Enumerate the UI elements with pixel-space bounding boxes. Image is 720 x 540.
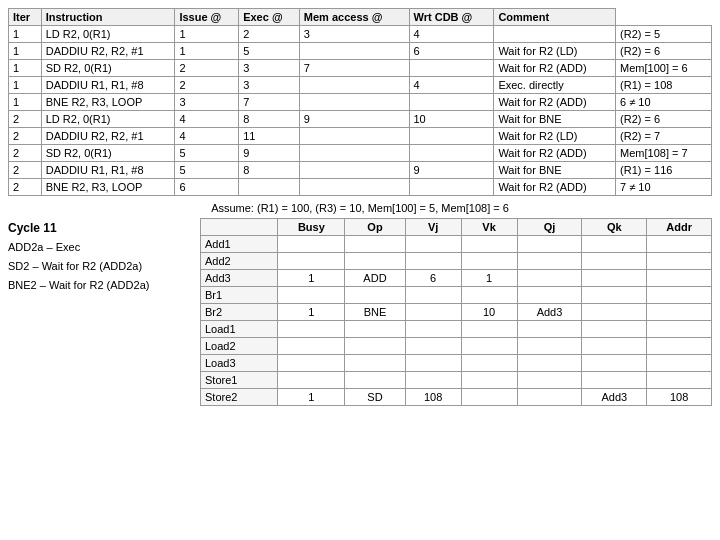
station-cell xyxy=(405,236,461,253)
station-label: Br1 xyxy=(201,287,278,304)
cycle-line: ADD2a – Exec xyxy=(8,238,188,257)
assume-text: Assume: (R1) = 100, (R3) = 10, Mem[100] … xyxy=(8,202,712,214)
table-cell: 10 xyxy=(409,111,494,128)
cycle-title: Cycle 11 xyxy=(8,218,188,238)
table-row: 2SD R2, 0(R1)59Wait for R2 (ADD)Mem[108]… xyxy=(9,145,712,162)
station-cell xyxy=(517,287,582,304)
table-cell: 2 xyxy=(175,60,239,77)
station-cell xyxy=(461,355,517,372)
table-cell: 4 xyxy=(409,26,494,43)
table-cell xyxy=(299,43,409,60)
table-cell: 6 xyxy=(175,179,239,196)
table-cell: 4 xyxy=(175,128,239,145)
table-cell xyxy=(299,179,409,196)
table-cell: (R1) = 116 xyxy=(616,162,712,179)
table-row: 1SD R2, 0(R1)237Wait for R2 (ADD)Mem[100… xyxy=(9,60,712,77)
station-cell xyxy=(345,372,405,389)
table-cell: 7 ≠ 10 xyxy=(616,179,712,196)
station-cell xyxy=(517,389,582,406)
station-cell xyxy=(582,321,647,338)
table-cell: 2 xyxy=(9,162,42,179)
station-cell xyxy=(345,253,405,270)
table-cell: 8 xyxy=(239,111,300,128)
station-label: Load3 xyxy=(201,355,278,372)
station-cell xyxy=(582,253,647,270)
table-cell: DADDIU R1, R1, #8 xyxy=(41,162,175,179)
table-cell: Mem[108] = 7 xyxy=(616,145,712,162)
table-cell: 3 xyxy=(239,77,300,94)
station-cell xyxy=(278,321,345,338)
station-cell xyxy=(582,270,647,287)
table-cell: 3 xyxy=(239,60,300,77)
table-cell: 2 xyxy=(9,111,42,128)
station-table-header: Vk xyxy=(461,219,517,236)
table-row: Add1 xyxy=(201,236,712,253)
table-cell xyxy=(299,145,409,162)
table-cell: SD R2, 0(R1) xyxy=(41,60,175,77)
table-row: 2DADDIU R1, R1, #8589Wait for BNE(R1) = … xyxy=(9,162,712,179)
station-label: Load2 xyxy=(201,338,278,355)
station-cell: SD xyxy=(345,389,405,406)
station-table: BusyOpVjVkQjQkAddr Add1Add2Add31ADD61Br1… xyxy=(200,218,712,406)
station-table-header: Qj xyxy=(517,219,582,236)
table-row: Br1 xyxy=(201,287,712,304)
station-cell xyxy=(405,321,461,338)
table-cell: Mem[100] = 6 xyxy=(616,60,712,77)
station-cell xyxy=(345,287,405,304)
station-table-header: Addr xyxy=(647,219,712,236)
station-table-header: Op xyxy=(345,219,405,236)
station-cell: 6 xyxy=(405,270,461,287)
table-cell: 6 xyxy=(409,43,494,60)
table-row: 1DADDIU R2, R2, #1156Wait for R2 (LD)(R2… xyxy=(9,43,712,60)
station-label: Br2 xyxy=(201,304,278,321)
table-row: 1LD R2, 0(R1)1234(R2) = 5 xyxy=(9,26,712,43)
table-cell: 1 xyxy=(175,26,239,43)
station-label: Store2 xyxy=(201,389,278,406)
table-cell: Wait for R2 (ADD) xyxy=(494,179,616,196)
table-cell: 5 xyxy=(175,145,239,162)
station-cell xyxy=(461,321,517,338)
table-cell: Wait for R2 (ADD) xyxy=(494,60,616,77)
station-cell xyxy=(278,236,345,253)
station-label: Add1 xyxy=(201,236,278,253)
table-cell: Wait for BNE xyxy=(494,111,616,128)
station-cell xyxy=(405,338,461,355)
table-cell: 7 xyxy=(299,60,409,77)
table-cell xyxy=(409,179,494,196)
table-cell: 7 xyxy=(239,94,300,111)
station-label: Add3 xyxy=(201,270,278,287)
station-table-header: Vj xyxy=(405,219,461,236)
station-cell xyxy=(405,372,461,389)
table-cell: (R2) = 6 xyxy=(616,111,712,128)
table-cell: 4 xyxy=(175,111,239,128)
table-row: Load1 xyxy=(201,321,712,338)
station-cell xyxy=(345,236,405,253)
table-cell: Wait for BNE xyxy=(494,162,616,179)
station-cell xyxy=(647,321,712,338)
station-cell xyxy=(278,253,345,270)
station-cell xyxy=(647,287,712,304)
station-cell: 1 xyxy=(278,304,345,321)
table-row: Add2 xyxy=(201,253,712,270)
station-cell xyxy=(647,372,712,389)
table-cell: 2 xyxy=(9,145,42,162)
table-cell: 6 ≠ 10 xyxy=(616,94,712,111)
table-cell: 1 xyxy=(9,60,42,77)
station-cell: 1 xyxy=(461,270,517,287)
main-table-header: Comment xyxy=(494,9,616,26)
station-cell xyxy=(405,287,461,304)
table-cell: 5 xyxy=(239,43,300,60)
table-cell: 1 xyxy=(9,43,42,60)
station-cell xyxy=(582,338,647,355)
table-row: 1DADDIU R1, R1, #8234Exec. directly(R1) … xyxy=(9,77,712,94)
table-cell: Wait for R2 (ADD) xyxy=(494,145,616,162)
table-cell: 2 xyxy=(9,179,42,196)
station-cell xyxy=(461,253,517,270)
station-cell xyxy=(345,338,405,355)
station-cell xyxy=(647,304,712,321)
table-cell: 9 xyxy=(299,111,409,128)
table-cell: Wait for R2 (ADD) xyxy=(494,94,616,111)
main-table-header: Iter xyxy=(9,9,42,26)
table-cell xyxy=(409,94,494,111)
table-cell: 1 xyxy=(9,94,42,111)
